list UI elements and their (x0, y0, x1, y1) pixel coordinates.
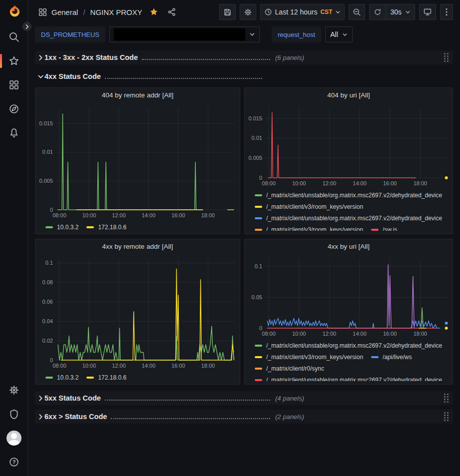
row-header-6xx[interactable]: 6xx > Status Code (2 panels) (35, 410, 453, 424)
app-header: General / NGINX PROXY Last 12 hours CST (28, 0, 460, 24)
row-header-5xx[interactable]: 5xx Status Code (4 panels) (35, 391, 453, 405)
share-icon[interactable] (167, 7, 176, 16)
refresh-interval-select[interactable]: 30s (386, 4, 415, 19)
grafana-logo[interactable] (8, 4, 21, 17)
sidebar-item-explore[interactable] (0, 97, 27, 121)
panel-4xx-by-uri: 4xx by uri [All] 00.050.108:0010:0012:00… (244, 239, 453, 385)
row-drag-handle[interactable] (443, 411, 450, 422)
row-title: 5xx Status Code (44, 394, 101, 402)
chevron-down-icon (405, 9, 411, 15)
row-title: 4xx Status Code (44, 72, 101, 80)
sidebar-item-starred[interactable] (0, 49, 27, 73)
legend-item[interactable]: /_matrix/client/unstable/org.matrix.msc2… (255, 340, 442, 352)
sidebar-item-server-admin[interactable] (0, 402, 27, 426)
sidebar-expand-button[interactable] (22, 22, 31, 31)
panel-title[interactable]: 404 by uri [All] (245, 88, 453, 103)
y-axis-tick-label: 0.04 (42, 318, 53, 324)
legend-item[interactable]: /_matrix/client/v3/room_keys/version (255, 352, 363, 363)
panel-legend: 10.0.3.2172.18.0.6 (35, 371, 240, 384)
gear-icon (8, 385, 19, 396)
panel-404-by-uri: 404 by uri [All] 00.0050.010.01508:0010:… (244, 87, 453, 234)
sidebar-item-alerting[interactable] (0, 121, 27, 145)
redacted-value (114, 28, 245, 40)
y-axis-tick-label: 0.005 (248, 155, 262, 161)
row-header-1xx-3xx-2xx[interactable]: 1xx - 3xx - 2xx Status Code (6 panels) (35, 50, 453, 64)
search-icon (8, 31, 19, 42)
panel-title[interactable]: 4xx by uri [All] (245, 239, 453, 254)
x-axis-tick-label: 08:00 (52, 363, 66, 369)
legend-item[interactable]: 10.0.3.2 (45, 222, 78, 233)
time-series-plot[interactable]: 00.0050.010.01508:0010:0012:0014:0016:00… (245, 103, 453, 189)
kebab-icon (446, 8, 448, 16)
chevron-down-icon (249, 31, 255, 37)
compass-icon (8, 103, 19, 114)
row-header-4xx[interactable]: 4xx Status Code (35, 69, 453, 83)
legend-item[interactable]: /_matrix/client/r0/sync (255, 363, 324, 375)
variable-select-ds-prometheus[interactable] (109, 26, 260, 42)
variable-label-ds-prometheus[interactable]: DS_PROMETHEUS (35, 26, 105, 42)
breadcrumb: General / NGINX PROXY (38, 7, 176, 17)
dashboard-title[interactable]: NGINX PROXY (90, 8, 142, 16)
legend-item[interactable]: /_matrix/client/v3/room_keys/version (255, 224, 363, 231)
dotted-leader (105, 395, 270, 401)
time-series-plot[interactable]: 00.050.108:0010:0012:0014:0016:0018:00 (245, 254, 453, 339)
chevron-down-icon (335, 9, 341, 15)
y-axis-tick-label: 0.06 (42, 299, 53, 305)
row-panel-count: (4 panels) (275, 395, 304, 402)
shield-icon (8, 409, 19, 420)
time-range-picker[interactable]: Last 12 hours CST (260, 4, 345, 20)
more-options-button[interactable] (440, 4, 453, 20)
breadcrumb-separator: / (82, 8, 86, 16)
sidebar: ? (0, 0, 28, 476)
y-axis-tick-label: 0 (259, 325, 262, 331)
sidebar-item-dashboards[interactable] (0, 73, 27, 97)
timezone-label: CST (320, 8, 332, 15)
x-axis-tick-label: 18:00 (414, 180, 428, 186)
dotted-leader (111, 414, 270, 419)
breadcrumb-section[interactable]: General (51, 8, 78, 16)
legend-item[interactable]: /api/live/ws (371, 352, 412, 363)
row-title: 6xx > Status Code (44, 413, 107, 421)
sidebar-item-configuration[interactable] (0, 378, 27, 402)
sidebar-item-profile[interactable] (0, 426, 27, 450)
legend-item[interactable]: 10.0.3.2 (45, 372, 78, 384)
panel-legend: /_matrix/client/unstable/org.matrix.msc2… (245, 189, 453, 231)
chevron-right-icon (37, 395, 44, 402)
legend-item[interactable]: /_matrix/client/unstable/org.matrix.msc2… (255, 213, 442, 224)
legend-item[interactable]: /_matrix/client/unstable/org.matrix.msc2… (255, 190, 442, 201)
sidebar-item-help[interactable]: ? (0, 450, 27, 474)
time-series-plot[interactable]: 00.0050.010.01508:0010:0012:0014:0016:00… (35, 103, 240, 221)
y-axis-tick-label: 0 (50, 357, 53, 363)
x-axis-tick-label: 08:00 (262, 331, 276, 337)
variable-select-request-host[interactable]: All (325, 26, 353, 42)
panel-title[interactable]: 404 by remote addr [All] (35, 88, 240, 103)
panel-4xx-by-remote-addr: 4xx by remote addr [All] 00.020.040.060.… (35, 239, 240, 385)
row-drag-handle[interactable] (443, 393, 450, 404)
save-icon (223, 8, 232, 16)
legend-item[interactable]: 172.18.0.6 (86, 222, 126, 233)
legend-item[interactable]: /sw.js (371, 224, 397, 231)
x-axis-tick-label: 16:00 (383, 331, 397, 337)
refresh-group: 30s (369, 4, 415, 20)
time-series-plot[interactable]: 00.020.040.060.080.108:0010:0012:0014:00… (35, 254, 240, 371)
legend-item[interactable]: /_matrix/client/v3/room_keys/version (255, 201, 363, 213)
refresh-interval-value: 30s (390, 8, 402, 16)
legend-item[interactable]: 172.18.0.6 (86, 372, 126, 384)
save-dashboard-button[interactable] (219, 4, 236, 20)
y-axis-tick-label: 0.01 (42, 149, 53, 155)
x-axis-tick-label: 16:00 (171, 363, 185, 369)
zoom-out-button[interactable] (349, 4, 365, 20)
variable-label-request-host[interactable]: request_host (272, 26, 321, 42)
row-drag-handle[interactable] (443, 52, 450, 63)
x-axis-tick-label: 08:00 (52, 212, 66, 218)
refresh-button[interactable] (370, 4, 386, 19)
x-axis-tick-label: 18:00 (201, 212, 215, 218)
cycle-view-button[interactable] (419, 4, 436, 20)
dashboard-settings-button[interactable] (240, 4, 256, 20)
favorite-star-icon[interactable] (149, 7, 158, 16)
panel-title[interactable]: 4xx by remote addr [All] (35, 239, 240, 254)
chevron-right-icon (37, 413, 44, 421)
grafana-logo-icon (8, 4, 21, 17)
chevron-right-icon (37, 54, 44, 61)
legend-item[interactable]: /_matrix/client/unstable/org.matrix.msc2… (255, 375, 442, 381)
